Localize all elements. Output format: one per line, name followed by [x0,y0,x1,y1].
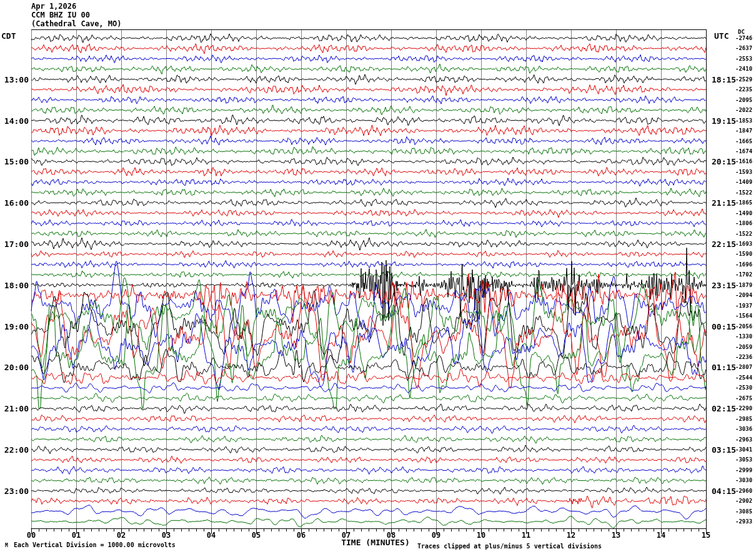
hour-label-utc: 02:15 [712,404,736,413]
dc-value: -1806 [735,220,752,226]
location-label: (Cathedral Cave, MO) [31,19,122,28]
dc-value: -2553 [735,56,752,62]
minute-tick-label: 02 [114,531,129,540]
dc-value: -2022 [735,107,752,113]
hour-label-cdt: 14:00 [2,116,29,126]
hour-label-utc: 23:15 [712,281,736,290]
hour-label-utc: 22:15 [712,239,736,249]
hour-label-cdt: 13:00 [2,75,29,84]
dc-value: -2530 [735,385,752,391]
dc-value: -2902 [735,498,752,504]
hour-label-cdt: 23:00 [2,486,29,496]
dc-value: -1590 [735,251,752,257]
dc-value: -1865 [735,199,752,206]
dc-value: -2637 [735,45,752,51]
hour-label-utc: 19:15 [712,116,736,126]
dc-value: -2094 [735,292,752,298]
right-axis-title: UTC [714,31,729,41]
dc-value: -2544 [735,375,752,381]
hour-label-cdt: 21:00 [2,404,29,413]
dc-value: -1696 [735,261,752,268]
hour-label-utc: 01:15 [712,363,736,372]
hour-label-cdt: 16:00 [2,198,29,208]
footer-mark: M [5,543,8,548]
hour-label-utc: 21:15 [712,198,736,208]
dc-value: -2963 [735,436,752,443]
date-label: Apr 1,2026 [31,2,76,11]
division-note: Each Vertical Division = 1000.00 microvo… [14,541,176,548]
dc-value: -1879 [735,282,752,288]
minute-tick-label: 11 [519,531,534,540]
left-axis-title: CDT [1,31,16,41]
hour-label-cdt: 19:00 [2,322,29,331]
dc-value: -3030 [735,477,752,483]
dc-value: -2746 [735,35,752,41]
dc-value: -2059 [735,344,752,350]
dc-value: -1409 [735,179,752,185]
dc-value: -3041 [735,446,752,453]
dc-value: -1593 [735,169,752,175]
seismogram-canvas [0,0,756,554]
minute-tick-label: 14 [654,531,669,540]
dc-value: -3053 [735,456,752,463]
hour-label-cdt: 20:00 [2,363,29,372]
dc-value: -3085 [735,508,752,515]
dc-value: -1665 [735,138,752,144]
dc-value: -2236 [735,354,752,360]
minute-tick-label: 06 [294,531,309,540]
minute-tick-label: 12 [564,531,579,540]
dc-value: -2529 [735,76,752,83]
station-label: CCM BHZ IU 00 [31,11,90,19]
hour-label-utc: 03:15 [712,445,736,455]
minute-tick-label: 07 [339,531,354,540]
dc-value: -1330 [735,333,752,340]
dc-value: -2290 [735,405,752,411]
helicorder-page: { "header": { "date": "Apr 1,2026", "sta… [0,0,756,554]
minute-tick-label: 10 [474,531,489,540]
dc-value: -2056 [735,323,752,330]
dc-value: -2933 [735,518,752,525]
dc-value: -2095 [735,97,752,103]
minute-tick-label: 03 [159,531,174,540]
dc-value: -1616 [735,158,752,164]
dc-value: -2235 [735,86,752,93]
minute-tick-label: 04 [204,531,219,540]
hour-label-cdt: 18:00 [2,281,29,290]
dc-value: -2410 [735,66,752,72]
hour-label-utc: 04:15 [712,486,736,496]
hour-label-cdt: 15:00 [2,157,29,166]
dc-value: -1702 [735,271,752,278]
dc-value: -2807 [735,364,752,370]
hour-label-cdt: 22:00 [2,445,29,455]
minute-tick-label: 05 [249,531,264,540]
minute-tick-label: 08 [384,531,399,540]
minute-tick-label: 15 [699,531,714,540]
dc-value: -1693 [735,241,752,247]
dc-value: -1522 [735,231,752,237]
minute-tick-label: 01 [69,531,84,540]
minute-tick-label: 09 [429,531,444,540]
hour-label-utc: 00:15 [712,322,736,331]
dc-value: -2960 [735,488,752,494]
dc-value: -2985 [735,416,752,422]
dc-value: -1674 [735,148,752,154]
dc-value: -1937 [735,303,752,309]
dc-value: -1847 [735,128,752,134]
minute-tick-label: 13 [609,531,624,540]
dc-column-header: DC [738,29,745,35]
clip-note: Traces clipped at plus/minus 5 vertical … [417,543,602,550]
dc-value: -2675 [735,395,752,401]
dc-value: -3036 [735,426,752,432]
hour-label-utc: 20:15 [712,157,736,166]
dc-value: -2999 [735,467,752,473]
dc-value: -1522 [735,189,752,196]
dc-value: -1564 [735,313,752,319]
dc-value: -1853 [735,118,752,124]
hour-label-utc: 18:15 [712,75,736,84]
hour-label-cdt: 17:00 [2,239,29,249]
dc-value: -1490 [735,210,752,216]
minute-tick-label: 00 [24,531,39,540]
